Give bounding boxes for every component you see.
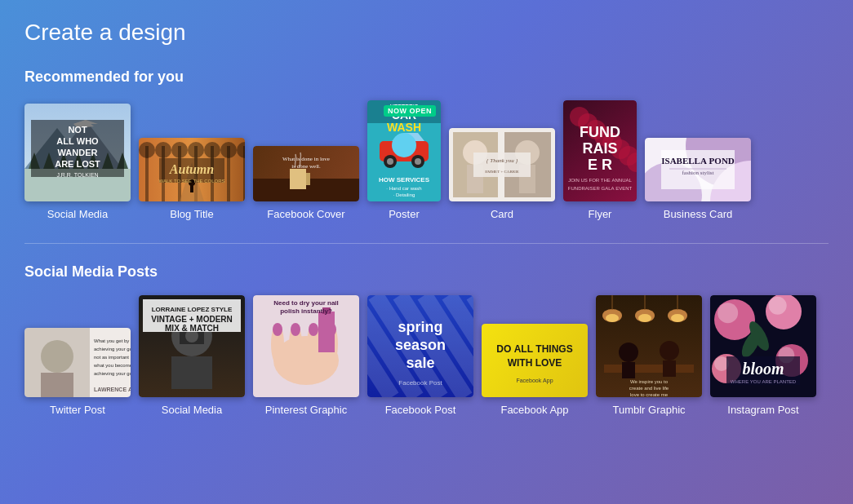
label-social2: Social Media (162, 404, 222, 416)
thumb-fb-cover[interactable] (253, 146, 359, 201)
page-title: Create a design (24, 20, 829, 46)
design-item-biz-card[interactable]: Business Card (645, 138, 751, 220)
design-item-twitter[interactable]: Twitter Post (24, 328, 131, 416)
design-item-blog-title[interactable]: Blog Title (139, 138, 245, 220)
design-item-social-media[interactable]: Social Media (24, 104, 131, 220)
thumb-pinterest[interactable] (253, 295, 359, 397)
thumb-poster[interactable]: NOW OPEN (367, 100, 441, 201)
label-poster: Poster (389, 208, 420, 220)
design-item-social2[interactable]: Social Media (139, 295, 245, 416)
design-item-fbapp[interactable]: Facebook App (482, 324, 588, 416)
label-twitter: Twitter Post (50, 404, 105, 416)
social-posts-title: Social Media Posts (24, 263, 829, 281)
design-item-fb-cover[interactable]: Facebook Cover (253, 146, 359, 220)
thumb-fbpost[interactable] (367, 295, 473, 397)
design-item-fbpost[interactable]: Facebook Post (367, 295, 473, 416)
label-tumblr: Tumblr Graphic (612, 404, 685, 416)
label-social-media: Social Media (47, 208, 108, 220)
label-fbpost: Facebook Post (385, 404, 456, 416)
thumb-social2[interactable] (139, 295, 245, 397)
main-container: Create a design Recommended for you Soci… (0, 0, 853, 463)
label-blog-title: Blog Title (170, 208, 213, 220)
label-fb-cover: Facebook Cover (267, 208, 344, 220)
design-item-card[interactable]: Card (449, 128, 555, 220)
design-item-instagram[interactable]: Instagram Post (710, 295, 816, 416)
thumb-biz-card[interactable] (645, 138, 751, 201)
thumb-fbapp[interactable] (482, 324, 588, 397)
label-flyer: Flyer (589, 208, 612, 220)
label-card: Card (491, 208, 513, 220)
social-posts-section: Social Media Posts Twitter Post Social M… (24, 263, 829, 416)
social-posts-grid: Twitter Post Social Media Pinterest Grap… (24, 295, 829, 416)
thumb-blog-title[interactable] (139, 138, 245, 201)
thumb-twitter[interactable] (24, 328, 131, 397)
recommended-section: Recommended for you Social Media Blog Ti… (24, 69, 829, 220)
label-biz-card: Business Card (664, 208, 733, 220)
thumb-card[interactable] (449, 128, 555, 201)
label-instagram: Instagram Post (727, 404, 798, 416)
design-item-pinterest[interactable]: Pinterest Graphic (253, 295, 359, 416)
recommended-grid: Social Media Blog Title Facebook Cover (24, 100, 829, 220)
design-item-tumblr[interactable]: Tumblr Graphic (596, 295, 702, 416)
label-fbapp: Facebook App (500, 404, 568, 416)
thumb-instagram[interactable] (710, 295, 816, 397)
thumb-tumblr[interactable] (596, 295, 702, 397)
thumb-flyer[interactable] (563, 100, 637, 201)
design-item-flyer[interactable]: Flyer (563, 100, 637, 220)
section-divider (24, 243, 829, 244)
design-item-poster[interactable]: NOW OPEN Poster (367, 100, 441, 220)
recommended-section-title: Recommended for you (24, 69, 829, 86)
poster-badge: NOW OPEN (384, 105, 436, 117)
label-pinterest: Pinterest Graphic (265, 404, 347, 416)
thumb-social-media[interactable] (24, 104, 131, 201)
